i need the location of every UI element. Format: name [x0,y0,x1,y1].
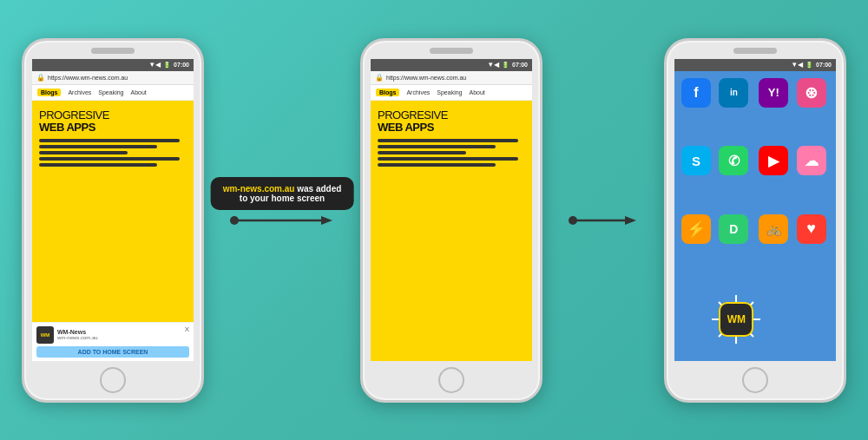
pwa-line1: PROGRESIVE [39,108,109,121]
phone-3-status-bar: ▼◀ 🔋 07:00 [674,59,836,71]
banner-row: WM WM-News wm-news.com.au [36,326,189,344]
home-button-3[interactable] [742,367,768,393]
phone-2-bottom [438,361,464,400]
app-heart[interactable]: ♥ [797,214,826,244]
battery-icon-2: 🔋 [502,62,510,69]
lock-icon-2: 🔒 [375,74,384,82]
lock-icon: 🔒 [36,74,45,82]
phone-3-speaker [733,48,777,54]
nav-about[interactable]: About [131,89,147,95]
home-button-2[interactable] [438,367,464,393]
content-lines-1 [39,139,187,167]
add-to-home-banner: X WM WM-News wm-news.com.au ADD TO HOME … [32,322,194,361]
phone-1-top [24,41,201,59]
content-line [378,145,496,148]
phone-1-speaker [91,48,135,54]
phone-2-speaker [430,48,473,54]
svg-marker-4 [625,216,636,225]
arrow-svg-1 [230,207,334,233]
pwa-line2-2: WEB APPS [378,121,434,134]
pwa-title-2: PROGRESIVE WEB APPS [378,109,525,135]
nav-archives[interactable]: Archives [68,89,91,95]
phone-1-nav: Blogs Archives Speaking About [32,85,194,101]
phone-2-screen: ▼◀ 🔋 07:00 🔒 https://www.wm-news.com.au … [371,59,532,361]
signal-icon: ▼◀ [148,61,161,69]
pwa-line2: WEB APPS [39,121,95,134]
nav-speaking-2[interactable]: Speaking [437,89,462,95]
phone-2: ▼◀ 🔋 07:00 🔒 https://www.wm-news.com.au … [360,38,542,403]
phone-1-time: 07:00 [174,62,189,68]
svg-point-2 [230,216,239,225]
signal-icon-2: ▼◀ [487,61,499,69]
nav-blogs-2[interactable]: Blogs [376,89,399,96]
home-button-1[interactable] [100,367,126,393]
phone-1-url-bar: 🔒 https://www.wm-news.com.au [32,71,194,85]
content-line [39,163,157,167]
nav-blogs[interactable]: Blogs [37,89,61,96]
notification-bubble: wm-news.com.au was added to your home sc… [211,177,354,210]
phone-3-bottom [742,361,768,400]
app-d[interactable]: D [719,214,748,244]
main-scene: ▼◀ 🔋 07:00 🔒 https://www.wm-news.com.au … [9,38,859,403]
app-youtube[interactable]: ▶ [759,146,788,175]
app-whatsapp[interactable]: ✆ [719,146,748,175]
phone-2-url-bar: 🔒 https://www.wm-news.com.au [371,71,532,85]
pwa-line1-2: PROGRESIVE [378,108,448,121]
phone-2-nav: Blogs Archives Speaking About [371,85,532,101]
phone-2-content: PROGRESIVE WEB APPS [371,101,532,361]
banner-info: WM-News wm-news.com.au [57,329,98,340]
app-dribbble[interactable]: ⊛ [797,78,826,108]
phone-3-time: 07:00 [816,62,832,68]
phone-1-url: https://www.wm-news.com.au [48,75,128,81]
content-line [378,163,496,167]
banner-close-button[interactable]: X [185,325,189,333]
content-line [378,139,518,142]
wm-label: WM [727,313,746,325]
wm-logo-small: WM [36,326,54,344]
phone-2-top [363,41,540,59]
signal-icon-3: ▼◀ [791,61,803,69]
app-grid: f in Y! ⊛ S ✆ ▶ ☁ ⚡ D 🚲 ♥ [674,71,836,361]
content-line [378,157,518,161]
content-line [378,151,466,154]
battery-icon-3: 🔋 [806,62,813,69]
nav-about-2[interactable]: About [470,89,485,95]
phone-1-screen: ▼◀ 🔋 07:00 🔒 https://www.wm-news.com.au … [32,59,194,361]
svg-marker-1 [321,216,332,225]
phone-3-top [667,41,844,59]
notification-was-added: was added [294,184,341,194]
app-skype[interactable]: S [681,146,711,175]
phone-2-url: https://www.wm-news.com.au [386,75,466,81]
connector-1: wm-news.com.au was added to your home sc… [230,38,334,403]
phone-2-status-bar: ▼◀ 🔋 07:00 [371,59,532,71]
phone-1: ▼◀ 🔋 07:00 🔒 https://www.wm-news.com.au … [22,38,204,403]
content-lines-2 [378,139,525,167]
phone-1-content: PROGRESIVE WEB APPS [32,101,194,322]
phone-1-status-bar: ▼◀ 🔋 07:00 [32,59,194,71]
app-linkedin[interactable]: in [719,78,748,108]
nav-archives-2[interactable]: Archives [406,89,430,95]
app-bike[interactable]: 🚲 [759,214,788,244]
app-cloud[interactable]: ☁ [797,146,826,175]
phone-3: ▼◀ 🔋 07:00 f in Y! ⊛ S ✆ ▶ ☁ ⚡ D 🚲 ♥ [664,38,846,403]
notification-site: wm-news.com.au [223,184,295,194]
add-to-home-button[interactable]: ADD TO HOME SCREEN [36,346,189,358]
pwa-title-1: PROGRESIVE WEB APPS [39,109,187,135]
phone-2-time: 07:00 [512,62,528,68]
app-facebook[interactable]: f [681,78,711,108]
banner-site-url: wm-news.com.au [57,335,98,340]
battery-icon: 🔋 [163,62,171,69]
arrow-svg-2 [569,207,638,233]
content-line [39,157,180,161]
app-bolt[interactable]: ⚡ [681,214,711,244]
phone-1-bottom [100,361,126,400]
nav-speaking[interactable]: Speaking [98,89,123,95]
app-yahoo[interactable]: Y! [759,78,788,108]
content-line [39,151,128,154]
svg-point-5 [569,216,577,225]
content-line [39,145,157,148]
content-line [39,139,180,142]
banner-site-name: WM-News [57,329,98,335]
wm-app-icon[interactable]: WM [719,302,753,337]
connector-2 [569,38,638,403]
